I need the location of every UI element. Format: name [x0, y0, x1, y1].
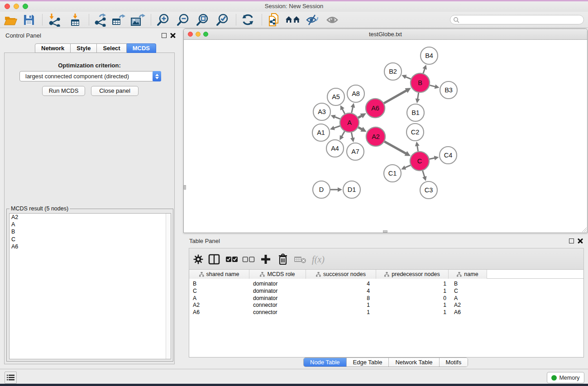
column-header-name[interactable]: name: [449, 270, 487, 279]
export-network-icon[interactable]: [92, 13, 109, 27]
edge-B-B4[interactable]: [423, 68, 425, 73]
mcds-result-item[interactable]: A: [10, 221, 171, 228]
control-tab-select[interactable]: Select: [97, 43, 126, 53]
show-graphics-details-icon[interactable]: [325, 13, 341, 27]
edge-A2-C[interactable]: [384, 142, 406, 154]
edge-B-B1[interactable]: [417, 93, 418, 100]
control-tab-network[interactable]: Network: [35, 43, 71, 53]
graph-node-B3[interactable]: B3: [440, 81, 457, 99]
control-tab-mcds[interactable]: MCDS: [127, 43, 156, 53]
network-minimize-button[interactable]: [196, 32, 201, 37]
zoom-in-icon[interactable]: [155, 13, 172, 27]
network-window-titlebar[interactable]: testGlobe.txt: [184, 29, 587, 40]
table-row[interactable]: A6connector11A6: [189, 309, 583, 316]
table-tab-edge-table[interactable]: Edge Table: [346, 358, 389, 367]
select-all-columns-icon[interactable]: [224, 252, 239, 267]
mcds-result-list[interactable]: A2ABCA6: [9, 213, 171, 359]
edge-A-A1[interactable]: [334, 126, 340, 128]
table-row[interactable]: A2connector11A2: [189, 302, 583, 309]
edge-A-A4[interactable]: [342, 131, 345, 137]
table-tab-motifs[interactable]: Motifs: [439, 358, 468, 367]
run-mcds-button[interactable]: Run MCDS: [42, 86, 85, 96]
control-panel-close-button[interactable]: [170, 33, 176, 38]
graph-node-D[interactable]: D: [313, 181, 330, 198]
mcds-result-item[interactable]: A2: [10, 214, 171, 221]
delete-column-icon[interactable]: [275, 252, 291, 267]
table-row[interactable]: Bdominator41B: [189, 281, 583, 288]
edge-A-A6[interactable]: [358, 116, 362, 118]
mcds-list-scrollbar[interactable]: [166, 214, 171, 359]
edge-A-A2[interactable]: [358, 127, 362, 129]
minimize-window-button[interactable]: [14, 4, 19, 9]
edge-A-A8[interactable]: [352, 107, 353, 113]
graph-node-B[interactable]: B: [411, 73, 430, 92]
refresh-view-icon[interactable]: [240, 13, 256, 27]
graph-node-B1[interactable]: B1: [407, 104, 424, 121]
graph-node-A5[interactable]: A5: [327, 88, 344, 105]
edge-B-B3[interactable]: [430, 85, 435, 86]
edge-A-A3[interactable]: [335, 117, 340, 119]
close-panel-button[interactable]: Close panel: [91, 86, 139, 96]
edge-B-B2[interactable]: [406, 77, 411, 79]
graph-node-C1[interactable]: C1: [384, 165, 401, 182]
save-session-icon[interactable]: [21, 13, 37, 27]
edge-C-C3[interactable]: [423, 171, 425, 177]
edge-C-C4[interactable]: [430, 158, 435, 159]
edge-A6-B[interactable]: [384, 91, 406, 103]
column-header-MCDS-role[interactable]: MCDS role: [249, 270, 306, 279]
reset-layout-icon[interactable]: [285, 13, 301, 27]
graph-node-A8[interactable]: A8: [347, 85, 364, 102]
mcds-result-item[interactable]: C: [10, 236, 171, 243]
clone-network-icon[interactable]: [266, 13, 282, 27]
open-session-icon[interactable]: [2, 13, 19, 27]
graph-node-A6[interactable]: A6: [366, 99, 385, 118]
graph-node-A7[interactable]: A7: [347, 143, 364, 160]
graph-node-C2[interactable]: C2: [406, 124, 424, 141]
network-close-button[interactable]: [188, 32, 193, 37]
column-header-successor-nodes[interactable]: successor nodes: [306, 270, 376, 279]
mcds-result-item[interactable]: A6: [10, 243, 171, 250]
zoom-window-button[interactable]: [23, 4, 28, 9]
table-panel-close-button[interactable]: [578, 238, 583, 243]
search-input[interactable]: [450, 15, 584, 24]
delete-table-icon[interactable]: [292, 252, 308, 267]
edge-A-A5[interactable]: [342, 109, 345, 114]
hide-style-icon[interactable]: [304, 13, 320, 27]
task-history-button[interactable]: [5, 372, 17, 384]
network-graph-canvas[interactable]: B4B2BB3A5A8A6A3B1AA1C2A2A4A7C4CC1C3DD1: [184, 40, 587, 233]
close-window-button[interactable]: [5, 4, 10, 9]
import-network-icon[interactable]: [46, 13, 62, 27]
graph-node-A3[interactable]: A3: [313, 103, 330, 120]
zoom-selected-icon[interactable]: [215, 13, 231, 27]
import-table-icon[interactable]: [67, 13, 83, 27]
mcds-result-item[interactable]: B: [10, 228, 171, 235]
zoom-out-icon[interactable]: [175, 13, 191, 27]
graph-node-B2[interactable]: B2: [384, 63, 402, 80]
table-tab-node-table[interactable]: Node Table: [304, 358, 346, 367]
graph-node-C[interactable]: C: [410, 152, 429, 171]
graph-node-C3[interactable]: C3: [420, 181, 437, 199]
table-tab-network-table[interactable]: Network Table: [388, 358, 439, 367]
control-tab-style[interactable]: Style: [71, 43, 97, 53]
criterion-dropdown[interactable]: largest connected component (directed): [19, 71, 161, 81]
edge-C-C2[interactable]: [417, 146, 418, 152]
table-settings-icon[interactable]: [191, 252, 206, 267]
edge-C-C1[interactable]: [405, 165, 411, 168]
network-zoom-button[interactable]: [203, 32, 208, 37]
table-panel-float-button[interactable]: [569, 238, 574, 243]
graph-node-A2[interactable]: A2: [366, 127, 385, 146]
graph-node-A[interactable]: A: [340, 113, 359, 132]
graph-node-B4[interactable]: B4: [421, 47, 438, 64]
column-header-shared-name[interactable]: shared name: [189, 270, 249, 279]
memory-button[interactable]: Memory: [547, 372, 584, 383]
export-table-icon[interactable]: [110, 13, 126, 27]
edge-A-A7[interactable]: [351, 133, 353, 138]
resize-grip-icon[interactable]: [581, 227, 587, 232]
horizontal-scrollbar[interactable]: [383, 230, 387, 233]
create-column-icon[interactable]: [258, 252, 273, 267]
zoom-fit-icon[interactable]: [195, 13, 211, 27]
table-row[interactable]: Cdominator41C: [189, 288, 583, 295]
export-image-icon[interactable]: [129, 13, 146, 27]
graph-node-C4[interactable]: C4: [440, 147, 457, 164]
graph-node-A4[interactable]: A4: [326, 140, 344, 157]
